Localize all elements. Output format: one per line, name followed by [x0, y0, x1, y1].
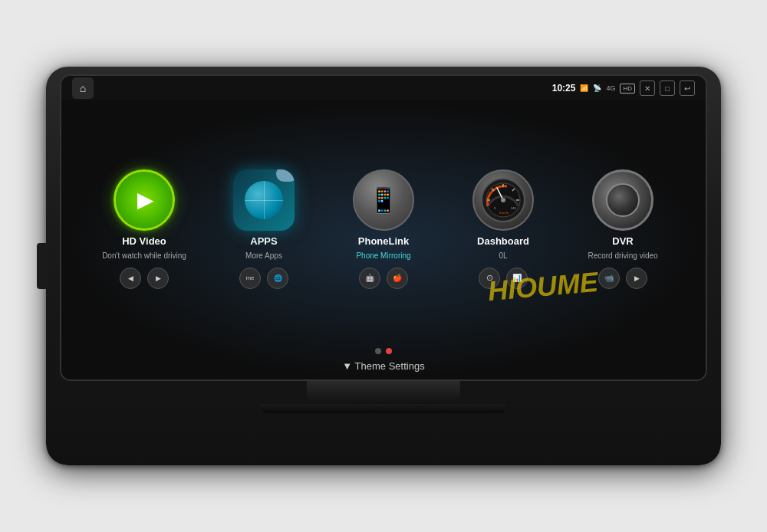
apps-controls: me 🌐 [239, 268, 288, 289]
dashboard-title: Dashboard [477, 235, 529, 247]
dvr-icon[interactable] [592, 169, 653, 231]
svg-text:240: 240 [511, 206, 516, 210]
svg-point-23 [501, 198, 505, 202]
apps-row: HD Video Don't watch while driving ◀ ▶ [61, 100, 706, 342]
phonelink-controls: 🤖 🍎 [359, 268, 408, 289]
signal-icon: 📶 [580, 84, 588, 92]
status-right-area: 10:25 📶 📡 4G HD ✕ □ ↩ [552, 80, 695, 96]
4g-label: 4G [606, 84, 615, 92]
dashboard-controls: ⊙ 📊 [479, 268, 528, 289]
pagination-dots [375, 348, 392, 354]
dvr-controls: 📹 ▶ [598, 268, 647, 289]
status-bar: ⌂ 10:25 📶 📡 4G HD ✕ □ ↩ [61, 76, 706, 100]
app-dashboard[interactable]: 0 240 0 km/h Dashboard 0L ⊙ 📊 [443, 169, 563, 289]
phonelink-android[interactable]: 🤖 [359, 268, 380, 289]
apps-subtitle: More Apps [245, 251, 282, 260]
phonelink-icon-wrap[interactable]: 📱 [353, 169, 414, 231]
hd-video-icon-wrap[interactable] [114, 169, 175, 231]
hd-video-prev[interactable]: ◀ [120, 268, 141, 289]
car-infotainment-unit: ⌂ 10:25 📶 📡 4G HD ✕ □ ↩ [46, 67, 721, 465]
apps-icon-wrap[interactable] [233, 169, 295, 231]
dvr-record[interactable]: 📹 [598, 268, 620, 289]
apps-cloud [276, 169, 295, 182]
svg-text:0 km/h: 0 km/h [499, 211, 509, 215]
theme-settings-label[interactable]: ▼ Theme Settings [342, 360, 424, 372]
hd-video-title: HD Video [122, 235, 166, 247]
hd-video-controls: ◀ ▶ [120, 268, 169, 289]
app-apps[interactable]: APPS More Apps me 🌐 [204, 169, 324, 289]
main-content: HD Video Don't watch while driving ◀ ▶ [61, 100, 706, 379]
phonelink-icon[interactable]: 📱 [353, 169, 414, 231]
home-button[interactable]: ⌂ [72, 77, 94, 99]
dashboard-btn2[interactable]: 📊 [506, 268, 528, 289]
app-phonelink[interactable]: 📱 PhoneLink Phone Mirroring 🤖 🍎 [324, 169, 443, 289]
window-btn[interactable]: □ [660, 80, 675, 96]
apps-globe [245, 181, 283, 219]
apps-me[interactable]: me [239, 268, 261, 289]
hd-video-subtitle: Don't watch while driving [102, 251, 186, 260]
device-stand-base [261, 404, 506, 413]
dvr-subtitle: Record driving video [588, 251, 657, 260]
back-btn[interactable]: ↩ [680, 80, 695, 96]
hd-badge: HD [620, 84, 635, 94]
dashboard-subtitle: 0L [499, 251, 507, 260]
dvr-title: DVR [612, 235, 633, 247]
apps-title: APPS [250, 235, 277, 247]
pagination-dot-1[interactable] [375, 348, 381, 354]
pagination-dot-2[interactable] [386, 348, 392, 354]
hd-video-next[interactable]: ▶ [147, 268, 169, 289]
dashboard-btn1[interactable]: ⊙ [479, 268, 500, 289]
status-time: 10:25 [552, 83, 576, 94]
phonelink-title: PhoneLink [358, 235, 409, 247]
dvr-play[interactable]: ▶ [626, 268, 647, 289]
app-hd-video[interactable]: HD Video Don't watch while driving ◀ ▶ [84, 169, 204, 289]
close-btn[interactable]: ✕ [640, 80, 655, 96]
dvr-icon-wrap[interactable] [592, 169, 653, 231]
wifi-icon: 📡 [593, 84, 601, 92]
phonelink-apple[interactable]: 🍎 [387, 268, 408, 289]
main-screen: ⌂ 10:25 📶 📡 4G HD ✕ □ ↩ [60, 74, 707, 381]
dashboard-icon-wrap[interactable]: 0 240 0 km/h [472, 169, 534, 231]
apps-icon[interactable] [233, 169, 295, 231]
device-stand [307, 381, 460, 404]
hd-video-icon[interactable] [114, 169, 175, 231]
apps-globe-btn[interactable]: 🌐 [267, 268, 288, 289]
phonelink-subtitle: Phone Mirroring [356, 251, 410, 260]
dashboard-icon[interactable]: 0 240 0 km/h [472, 169, 534, 231]
app-dvr[interactable]: DVR Record driving video 📹 ▶ [563, 169, 683, 289]
speedometer-svg: 0 240 0 km/h [480, 177, 526, 223]
